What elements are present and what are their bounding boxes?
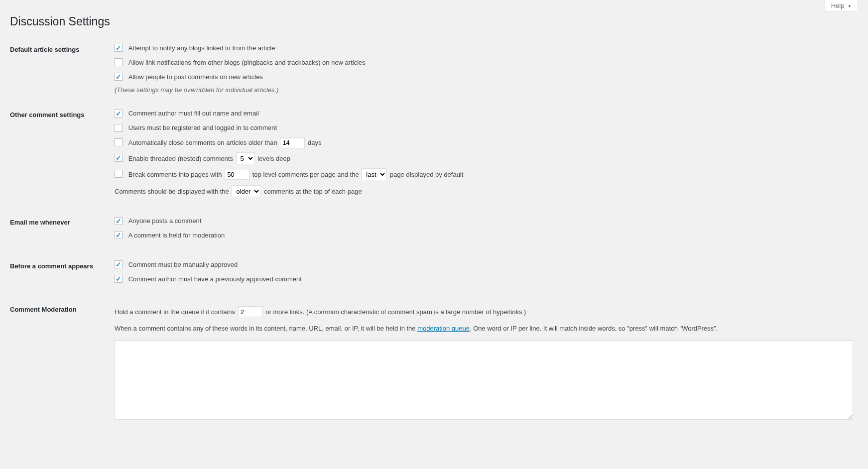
- label-threaded-before: Enable threaded (nested) comments: [128, 155, 233, 162]
- label-manual-approve: Comment must be manually approved: [128, 261, 238, 268]
- label-allow-comments: Allow people to post comments on new art…: [128, 73, 263, 81]
- label-allow-pingbacks: Allow link notifications from other blog…: [128, 59, 366, 66]
- section-heading-other-comment: Other comment settings: [10, 104, 110, 211]
- select-threaded-levels[interactable]: 5: [236, 152, 255, 164]
- label-auto-close-after: days: [308, 139, 321, 146]
- label-max-links-after: or more links. (A common characteristic …: [265, 308, 526, 316]
- caret-down-icon: ▼: [848, 4, 852, 8]
- label-paginate-before: Break comments into pages with: [128, 171, 222, 178]
- section-heading-before-appears: Before a comment appears: [10, 255, 110, 299]
- label-prev-approved: Comment author must have a previously ap…: [128, 275, 302, 283]
- help-tab[interactable]: Help ▼: [825, 0, 858, 12]
- settings-table: Default article settings Attempt to noti…: [10, 38, 858, 431]
- select-comment-order[interactable]: older: [232, 185, 261, 197]
- checkbox-manual-approve[interactable]: [115, 260, 123, 268]
- checkbox-paginate[interactable]: [115, 170, 123, 178]
- label-email-anyone-posts: Anyone posts a comment: [128, 217, 202, 225]
- note-default-article: (These settings may be overridden for in…: [115, 86, 853, 94]
- section-heading-comment-moderation: Comment Moderation: [10, 298, 110, 431]
- label-paginate-mid: top level comments per page and the: [252, 171, 359, 178]
- link-moderation-queue[interactable]: moderation queue: [417, 325, 470, 332]
- label-order-before: Comments should be displayed with the: [115, 188, 229, 195]
- label-threaded-after: levels deep: [257, 155, 290, 162]
- checkbox-require-name-email[interactable]: [115, 110, 123, 117]
- checkbox-allow-comments[interactable]: [115, 73, 123, 81]
- label-paginate-after: page displayed by default: [390, 171, 463, 178]
- textarea-moderation-keys[interactable]: [115, 340, 853, 420]
- label-email-held-moderation: A comment is held for moderation: [128, 232, 225, 239]
- label-max-links-before: Hold a comment in the queue if it contai…: [115, 308, 235, 316]
- checkbox-prev-approved[interactable]: [115, 275, 123, 283]
- label-notify-blogs: Attempt to notify any blogs linked to fr…: [128, 44, 275, 52]
- checkbox-email-held-moderation[interactable]: [115, 231, 123, 239]
- section-heading-email-me: Email me whenever: [10, 211, 110, 255]
- checkbox-allow-pingbacks[interactable]: [115, 58, 123, 66]
- label-order-after: comments at the top of each page: [264, 188, 362, 195]
- checkbox-require-registration[interactable]: [115, 124, 123, 132]
- input-auto-close-days[interactable]: [280, 137, 305, 148]
- label-auto-close-before: Automatically close comments on articles…: [128, 139, 277, 146]
- help-label: Help: [831, 2, 845, 9]
- label-moderation-intro-before: When a comment contains any of these wor…: [115, 325, 417, 332]
- label-moderation-intro-after: . One word or IP per line. It will match…: [470, 325, 718, 332]
- label-require-name-email: Comment author must fill out name and em…: [128, 110, 259, 117]
- page-title: Discussion Settings: [10, 15, 858, 28]
- checkbox-auto-close[interactable]: [115, 138, 123, 146]
- input-comments-per-page[interactable]: [225, 169, 249, 180]
- label-require-registration: Users must be registered and logged in t…: [128, 124, 277, 131]
- input-max-links[interactable]: [238, 306, 263, 317]
- checkbox-notify-blogs[interactable]: [115, 44, 123, 52]
- select-default-page[interactable]: last: [362, 168, 387, 180]
- section-heading-default-article: Default article settings: [10, 38, 110, 104]
- checkbox-email-anyone-posts[interactable]: [115, 217, 123, 225]
- checkbox-threaded[interactable]: [115, 154, 123, 162]
